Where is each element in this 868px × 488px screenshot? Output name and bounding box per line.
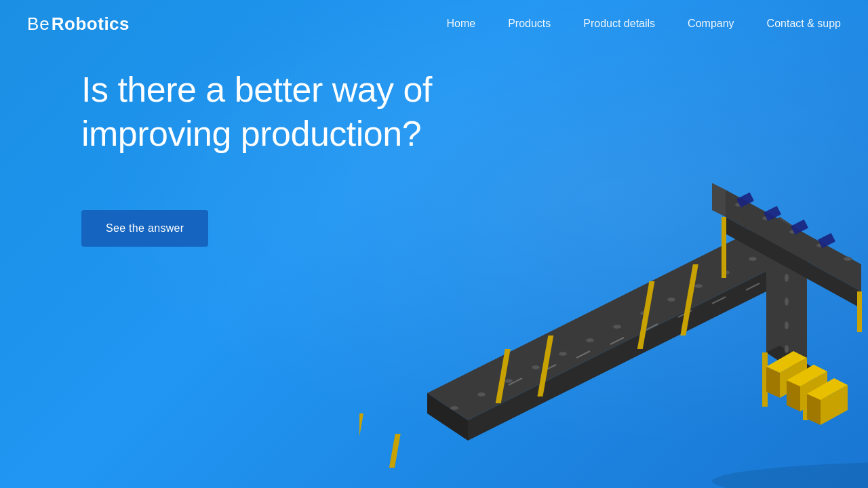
nav-item-home[interactable]: Home <box>446 18 475 30</box>
logo[interactable]: Be Robotics <box>27 14 130 35</box>
svg-point-35 <box>785 298 789 306</box>
svg-point-8 <box>586 338 594 342</box>
svg-rect-25 <box>389 434 401 468</box>
svg-marker-2 <box>468 251 807 441</box>
svg-point-37 <box>785 345 789 353</box>
nav-item-product-details[interactable]: Product details <box>583 18 655 30</box>
logo-robotics: Robotics <box>52 14 130 35</box>
svg-point-47 <box>844 257 852 261</box>
nav-item-products[interactable]: Products <box>508 18 551 30</box>
nav-item-contact[interactable]: Contact & supp <box>767 18 841 30</box>
svg-point-107 <box>712 461 868 488</box>
header: Be Robotics Home Products Product detail… <box>0 0 868 47</box>
svg-marker-42 <box>712 183 726 217</box>
page-wrapper: Be Robotics Home Products Product detail… <box>0 0 868 488</box>
robot-illustration <box>359 41 868 488</box>
logo-be: Be <box>27 14 50 35</box>
svg-point-6 <box>532 365 540 369</box>
hero-section: Is there a better way of improving produ… <box>81 68 434 247</box>
see-answer-button[interactable]: See the answer <box>81 210 208 247</box>
svg-point-14 <box>749 257 757 261</box>
svg-rect-24 <box>359 413 363 447</box>
svg-point-7 <box>559 352 567 356</box>
hero-title: Is there a better way of improving produ… <box>81 68 434 156</box>
hero-cta: See the answer <box>81 210 434 247</box>
svg-point-11 <box>667 298 675 302</box>
svg-rect-52 <box>722 217 726 278</box>
svg-point-9 <box>613 325 621 329</box>
svg-point-3 <box>450 406 458 410</box>
svg-marker-0 <box>427 224 807 420</box>
svg-rect-53 <box>857 291 862 332</box>
svg-point-5 <box>505 379 513 383</box>
nav-item-company[interactable]: Company <box>688 18 734 30</box>
svg-point-34 <box>785 274 789 282</box>
svg-point-12 <box>694 284 703 288</box>
svg-point-36 <box>785 321 789 329</box>
navigation: Home Products Product details Company Co… <box>446 18 841 30</box>
svg-point-4 <box>477 392 486 396</box>
